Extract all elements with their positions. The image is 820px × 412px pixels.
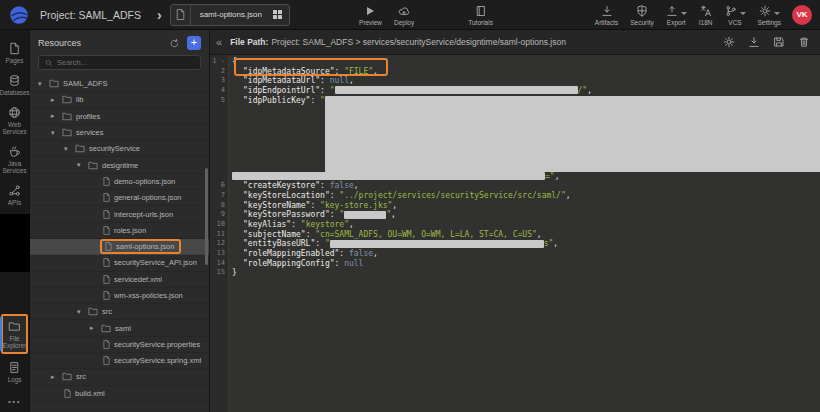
file-path-bar: « File Path:Project: SAML_ADFS > service…	[210, 30, 820, 55]
tree-item-label: securityService.properties	[114, 340, 200, 349]
tree-file-securityservice-spring-xml[interactable]: securityService.spring.xml	[30, 353, 209, 369]
code-line-13[interactable]: 13"roleMappingEnabled": false,	[210, 249, 820, 259]
collapse-panel-icon[interactable]: «	[216, 37, 222, 48]
tree-file-saml-options-json[interactable]: saml-options.json	[30, 239, 209, 255]
resource-search[interactable]	[38, 55, 201, 70]
coffee-icon	[8, 145, 21, 158]
search-input[interactable]	[57, 58, 194, 67]
tree-file-intercept-urls-json[interactable]: intercept-urls.json	[30, 206, 209, 222]
chevron-down-icon[interactable]: ▾	[77, 161, 88, 169]
code-line-4[interactable]: 4"idpEndpointUrl": "/",	[210, 86, 820, 96]
resources-title: Resources	[38, 38, 162, 48]
file-icon	[103, 210, 114, 219]
chevron-down-icon[interactable]: ▾	[38, 80, 49, 88]
tree-folder-saml[interactable]: ▸saml	[30, 320, 209, 336]
redacted-value	[232, 172, 545, 180]
i18n-label: I18N	[699, 19, 713, 26]
code-line-9[interactable]: 9"keyStorePassword": "",	[210, 210, 820, 220]
chevron-right-icon[interactable]: ▸	[90, 324, 101, 332]
security-button[interactable]: Security	[625, 4, 658, 26]
code-line-8[interactable]: 8"keyStoreName": "key-store.jks",	[210, 201, 820, 211]
open-file-tab[interactable]: saml-options.json	[170, 4, 290, 26]
code-line-14[interactable]: 14"roleMappingConfig": null	[210, 259, 820, 269]
left-nav-bottom-group: File ExplorerLogs	[0, 314, 29, 389]
security-label: Security	[630, 19, 653, 26]
i18n-button[interactable]: I18N	[694, 4, 718, 26]
code-line-6[interactable]: 6"createKeystore": false,	[210, 181, 820, 191]
code-line-3[interactable]: 3"idpMetadataUrl": null,	[210, 76, 820, 86]
settings-button[interactable]: Settings	[753, 4, 787, 26]
redacted-value	[344, 211, 386, 219]
sidebar-item-logs[interactable]: Logs	[0, 357, 29, 386]
tree-folder-services[interactable]: ▾services	[30, 125, 209, 141]
tree-folder-designtime[interactable]: ▾designtime	[30, 157, 209, 173]
preview-button[interactable]: Preview	[354, 4, 387, 26]
code-line-12[interactable]: 12"entityBaseURL": "s",	[210, 239, 820, 249]
tree-file-build-xml[interactable]: build.xml	[30, 386, 209, 402]
tree-folder-securityservice[interactable]: ▾securityService	[30, 141, 209, 157]
sidebar-item-file-explorer[interactable]: File Explorer	[1, 314, 28, 354]
tree-file-securityservice-api-json[interactable]: securityService_API.json	[30, 255, 209, 271]
chevron-down-icon[interactable]: ▾	[77, 308, 88, 316]
deploy-button[interactable]: Deploy	[389, 4, 419, 26]
chevron-right-icon[interactable]: ▸	[51, 96, 62, 104]
tree-scrollbar[interactable]	[205, 168, 208, 265]
chevron-down-icon[interactable]: ▾	[51, 129, 62, 137]
breadcrumb-chevron-icon[interactable]: ›	[157, 8, 162, 22]
tree-highlight-box: saml-options.json	[100, 239, 181, 254]
tree-file-roles-json[interactable]: roles.json	[30, 223, 209, 239]
sidebar-item-apis[interactable]: APIs	[0, 180, 29, 209]
code-line-2[interactable]: 2"idpMetadataSource": "FILE",	[210, 67, 820, 77]
user-avatar[interactable]: VK	[792, 5, 812, 25]
code-line-7[interactable]: 7"keyStoreLocation": "../project/service…	[210, 191, 820, 201]
file-tree: ▾SAML_ADFS▸lib▸profiles▾services▾securit…	[30, 76, 209, 412]
tree-item-label: roles.json	[114, 226, 146, 235]
sidebar-item-databases[interactable]: Databases	[0, 70, 29, 99]
tree-file-general-options-json[interactable]: general-options.json	[30, 190, 209, 206]
sidebar-item-web-services[interactable]: Web Services	[0, 102, 29, 138]
code-line-1[interactable]: 1 -{	[210, 57, 820, 67]
add-resource-button[interactable]: +	[187, 36, 201, 50]
line-number: 12	[210, 239, 225, 249]
code-line-15[interactable]: 15}	[210, 268, 820, 278]
code-line-10[interactable]: 10"keyAlias": "keystore",	[210, 220, 820, 230]
sidebar-item-label: Pages	[6, 57, 24, 64]
grid-view-icon[interactable]	[273, 10, 282, 19]
tree-folder-src[interactable]: ▾src	[30, 304, 209, 320]
vcs-button[interactable]: VCS	[720, 4, 751, 26]
chevron-down-icon[interactable]: ▾	[64, 145, 75, 153]
tree-folder-lib[interactable]: ▸lib	[30, 92, 209, 108]
code-editor[interactable]: 1 -{2"idpMetadataSource": "FILE",3"idpMe…	[210, 55, 820, 412]
folder-icon	[62, 372, 76, 381]
tree-file-servicedef-xml[interactable]: servicedef.xml	[30, 272, 209, 288]
settings-gear-icon[interactable]	[723, 36, 735, 48]
sidebar-item-java-services[interactable]: Java Services	[0, 141, 29, 177]
search-icon	[45, 59, 53, 67]
save-file-icon[interactable]	[773, 36, 785, 48]
file-path-text: File Path:Project: SAML_ADFS > services/…	[230, 37, 715, 47]
artifacts-button[interactable]: Artifacts	[590, 4, 623, 26]
file-path-label: File Path:	[230, 37, 268, 47]
tree-file-wm-xss-policies-json[interactable]: wm-xss-policies.json	[30, 288, 209, 304]
line-number: 14	[210, 259, 225, 269]
download-file-icon[interactable]	[748, 36, 760, 48]
tree-file-demo-options-json[interactable]: demo-options.json	[30, 174, 209, 190]
tree-file-securityservice-properties[interactable]: securityService.properties	[30, 337, 209, 353]
delete-file-icon[interactable]	[798, 36, 810, 48]
chevron-right-icon[interactable]: ▸	[51, 373, 62, 381]
more-options-icon[interactable]: •••	[0, 389, 29, 412]
tree-item-label: src	[76, 372, 86, 381]
refresh-icon[interactable]	[169, 38, 180, 49]
folder-icon	[8, 320, 21, 333]
app-logo-icon[interactable]	[8, 4, 30, 26]
chevron-right-icon[interactable]: ▸	[51, 112, 62, 120]
play-icon	[364, 5, 376, 17]
tree-folder-saml-adfs[interactable]: ▾SAML_ADFS	[30, 76, 209, 92]
code-line-11[interactable]: 11"subjectName": "cn=SAML_ADFS, OU=WM, O…	[210, 230, 820, 240]
code-line-5[interactable]: 5"idpPublicKey": "=",	[210, 96, 820, 182]
export-button[interactable]: Export	[661, 4, 692, 26]
tree-folder-profiles[interactable]: ▸profiles	[30, 109, 209, 125]
tutorials-button[interactable]: Tutorials	[463, 4, 498, 26]
sidebar-item-pages[interactable]: Pages	[0, 38, 29, 67]
tree-folder-src[interactable]: ▸src	[30, 369, 209, 385]
